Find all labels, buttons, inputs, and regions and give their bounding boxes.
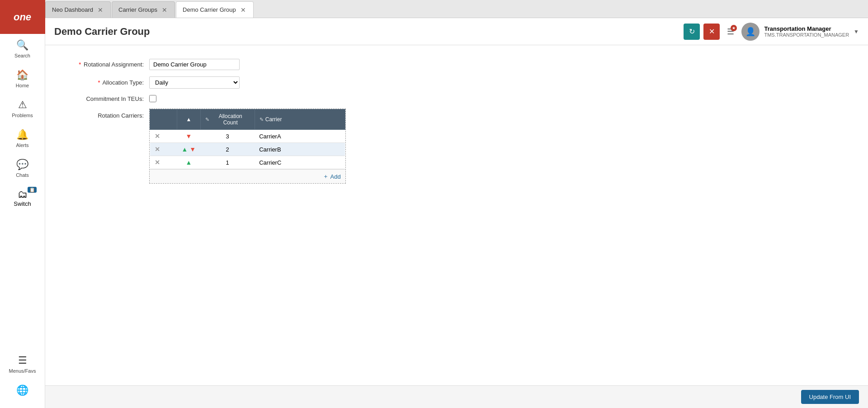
sidebar-item-globe[interactable]: 🌐: [0, 379, 45, 403]
arrow-down-row2[interactable]: ▼: [189, 146, 196, 153]
home-icon: 🏠: [16, 69, 28, 81]
row3-sort-cell: ▲: [177, 156, 201, 169]
sidebar-label-alerts: Alerts: [16, 142, 28, 148]
footer: Update From UI: [45, 385, 868, 408]
app-logo[interactable]: one: [0, 0, 45, 34]
table-row: ✕ ▲ ▼ 2 CarrierB: [150, 143, 345, 156]
form-section: * Rotational Assignment: * Allocation Ty…: [59, 59, 466, 184]
edit-icon-carrier: ✎: [259, 117, 264, 123]
update-from-ui-button[interactable]: Update From UI: [801, 390, 859, 404]
table-row: ✕ ▼ 3 CarrierA: [150, 130, 345, 143]
globe-icon: 🌐: [16, 384, 28, 396]
sidebar-item-search[interactable]: 🔍 Search: [0, 34, 45, 64]
sidebar: one 🔍 Search 🏠 Home ⚠ Problems 🔔 Alerts …: [0, 0, 45, 408]
page-title: Demo Carrier Group: [54, 26, 684, 38]
main-content: * Rotational Assignment: * Allocation Ty…: [45, 45, 868, 385]
sidebar-bottom: ☰ Menus/Favs 🌐: [0, 349, 45, 408]
notification-badge: ★: [731, 25, 737, 31]
required-star-1: *: [79, 61, 81, 68]
row2-sort-arrows: ▲ ▼: [182, 146, 196, 153]
topbar: Demo Carrier Group ↻ ✕ ☰ ★ 👤 Transportat…: [45, 18, 868, 45]
sidebar-item-problems[interactable]: ⚠ Problems: [0, 94, 45, 123]
main-area: Neo Dashboard ✕ Carrier Groups ✕ Demo Ca…: [45, 0, 868, 408]
row2-alloc-count: 2: [200, 143, 255, 156]
sidebar-item-menus[interactable]: ☰ Menus/Favs: [0, 349, 45, 379]
row1-alloc-count: 3: [200, 130, 255, 143]
row3-alloc-count: 1: [200, 156, 255, 169]
row3-delete-cell: ✕: [150, 156, 177, 169]
rotation-carriers-table: ▲ ✎ Allocation Count: [150, 109, 345, 169]
commitment-teus-row: Commitment In TEUs:: [59, 95, 466, 102]
search-icon: 🔍: [16, 39, 28, 51]
sidebar-item-switch[interactable]: 📋 🗂 Switch: [0, 183, 45, 213]
chat-icon: 💬: [16, 159, 28, 171]
arrow-down-row1[interactable]: ▼: [185, 133, 192, 140]
plus-icon: ＋: [323, 172, 329, 180]
row1-sort-cell: ▼: [177, 130, 201, 143]
tab-close-carrier-groups[interactable]: ✕: [161, 6, 168, 14]
add-link[interactable]: ＋ Add: [323, 172, 341, 180]
rotational-assignment-label: * Rotational Assignment:: [59, 61, 149, 68]
user-text: Transportation Manager TMS.TRANSPORTATIO…: [764, 25, 849, 38]
row2-carrier: CarrierB: [255, 143, 345, 156]
arrow-up-row3[interactable]: ▲: [185, 159, 192, 166]
tab-demo-carrier-group[interactable]: Demo Carrier Group ✕: [176, 1, 254, 18]
delete-row3-button[interactable]: ✕: [155, 159, 160, 166]
tab-label-carrier-groups: Carrier Groups: [118, 6, 157, 13]
user-name: Transportation Manager: [764, 25, 849, 32]
row3-carrier: CarrierC: [255, 156, 345, 169]
rotational-assignment-row: * Rotational Assignment:: [59, 59, 466, 70]
tab-label-neo-dashboard: Neo Dashboard: [52, 6, 93, 13]
avatar: 👤: [741, 23, 760, 41]
required-star-2: *: [98, 79, 100, 86]
sidebar-label-home: Home: [16, 83, 29, 88]
commitment-teus-label: Commitment In TEUs:: [59, 95, 149, 102]
sidebar-label-switch: Switch: [14, 200, 31, 207]
allocation-type-label: * Allocation Type:: [59, 79, 149, 86]
tab-close-neo-dashboard[interactable]: ✕: [97, 6, 104, 14]
add-row-section: ＋ Add: [150, 169, 345, 183]
hamburger-menu-button[interactable]: ☰ ★: [723, 25, 738, 38]
row1-delete-cell: ✕: [150, 130, 177, 143]
add-label: Add: [330, 173, 341, 180]
topbar-actions: ↻ ✕ ☰ ★ 👤 Transportation Manager TMS.TRA…: [684, 23, 859, 41]
chevron-down-icon: ▼: [854, 28, 859, 35]
tab-bar: Neo Dashboard ✕ Carrier Groups ✕ Demo Ca…: [45, 0, 868, 18]
tab-neo-dashboard[interactable]: Neo Dashboard ✕: [45, 1, 111, 18]
allocation-type-select[interactable]: Daily Weekly Monthly: [149, 76, 240, 89]
commitment-teus-checkbox[interactable]: [149, 95, 156, 102]
edit-icon-allocation: ✎: [205, 117, 209, 123]
sidebar-item-chats[interactable]: 💬 Chats: [0, 153, 45, 183]
menu-icon: ☰: [18, 355, 27, 366]
close-button[interactable]: ✕: [703, 24, 720, 40]
tab-close-demo-carrier-group[interactable]: ✕: [240, 6, 247, 14]
row2-sort-cell: ▲ ▼: [177, 143, 201, 156]
rotational-assignment-input[interactable]: [149, 59, 240, 70]
delete-row2-button[interactable]: ✕: [155, 146, 160, 153]
col-header-actions: [150, 109, 177, 130]
logo-text: one: [14, 11, 31, 23]
sidebar-item-alerts[interactable]: 🔔 Alerts: [0, 123, 45, 153]
col-header-carrier: ✎ Carrier: [255, 109, 345, 130]
rotation-carriers-row: Rotation Carriers: ▲ ✎: [59, 109, 466, 184]
user-info[interactable]: 👤 Transportation Manager TMS.TRANSPORTAT…: [741, 23, 859, 41]
rotation-carriers-label: Rotation Carriers:: [59, 109, 149, 119]
sidebar-label-problems: Problems: [12, 113, 33, 118]
tab-carrier-groups[interactable]: Carrier Groups ✕: [112, 1, 175, 18]
refresh-button[interactable]: ↻: [684, 24, 700, 40]
user-role: TMS.TRANSPORTATION_MANAGER: [764, 32, 849, 38]
delete-row1-button[interactable]: ✕: [155, 133, 160, 140]
rotation-carriers-table-wrap: ▲ ✎ Allocation Count: [149, 109, 346, 184]
arrow-up-row2[interactable]: ▲: [182, 146, 188, 153]
bell-icon: 🔔: [16, 129, 28, 141]
sort-arrow-icon: ▲: [186, 116, 191, 123]
switch-badge: 📋: [28, 187, 37, 193]
sidebar-item-home[interactable]: 🏠 Home: [0, 64, 45, 94]
sidebar-label-chats: Chats: [16, 172, 29, 178]
table-row: ✕ ▲ 1 CarrierC: [150, 156, 345, 169]
sidebar-label-menus: Menus/Favs: [9, 368, 36, 374]
sidebar-label-search: Search: [14, 53, 30, 58]
switch-icon: 🗂: [18, 189, 28, 200]
col-header-allocation-count: ✎ Allocation Count: [200, 109, 255, 130]
col-header-sort: ▲: [177, 109, 201, 130]
